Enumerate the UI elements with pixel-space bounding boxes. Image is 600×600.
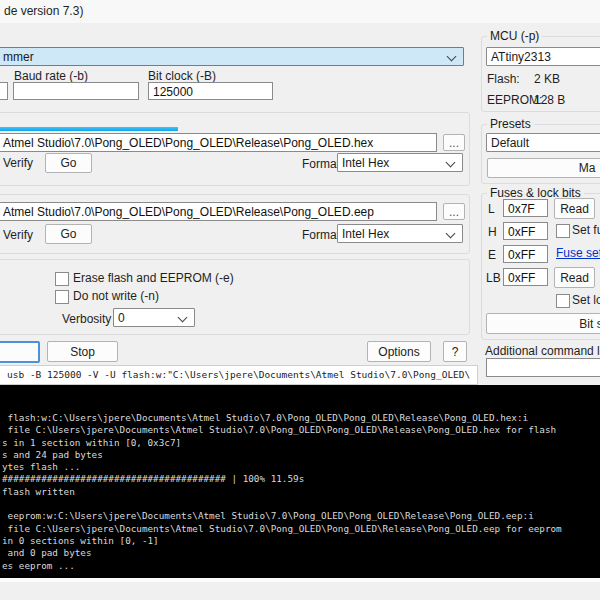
mcu-value: ATtiny2313 bbox=[491, 50, 551, 64]
program-button[interactable] bbox=[0, 341, 40, 363]
console-line bbox=[2, 498, 600, 510]
fuse-l-input[interactable]: 0x7F bbox=[503, 199, 548, 217]
eeprom-format-select[interactable]: Intel Hex bbox=[337, 224, 463, 243]
do-not-write-label: Do not write (-n) bbox=[73, 289, 159, 303]
mcu-flash-label: Flash: bbox=[487, 72, 520, 86]
erase-checkbox[interactable] bbox=[55, 272, 69, 286]
mcu-select[interactable]: ATtiny2313 bbox=[486, 47, 600, 66]
console-line: eeprom:w:C:\Users\jpere\Documents\Atmel … bbox=[2, 510, 600, 522]
baud-rate-label: Baud rate (-b) bbox=[14, 69, 88, 83]
fuse-h-label: H bbox=[488, 225, 497, 239]
do-not-write-checkbox[interactable] bbox=[55, 290, 69, 304]
presets-value: Default bbox=[491, 136, 529, 150]
mcu-eeprom-size: 128 B bbox=[534, 93, 565, 107]
erase-checkbox-label: Erase flash and EEPROM (-e) bbox=[73, 271, 234, 285]
flash-progress-bar bbox=[0, 127, 178, 131]
chevron-down-icon bbox=[446, 229, 456, 239]
console-line: and 0 pad bytes bbox=[2, 547, 600, 559]
console-line: ytes flash ... bbox=[2, 461, 600, 473]
title-bar: de version 7.3) bbox=[0, 0, 600, 23]
flash-verify-radio[interactable]: Verify bbox=[3, 156, 33, 170]
additional-args-input[interactable] bbox=[486, 358, 600, 377]
bit-selector-button[interactable]: Bit s bbox=[486, 313, 600, 334]
additional-args-label: Additional command line ar bbox=[485, 344, 600, 358]
set-lock-checkbox[interactable] bbox=[556, 294, 570, 308]
fuse-h-input[interactable]: 0xFF bbox=[503, 222, 548, 240]
console-line: file C:\Users\jpere\Documents\Atmel Stud… bbox=[2, 424, 600, 436]
verbosity-value: 0 bbox=[118, 311, 125, 325]
fuse-e-input[interactable]: 0xFF bbox=[503, 245, 548, 263]
presets-select[interactable]: Default bbox=[486, 133, 600, 152]
fuse-e-label: E bbox=[488, 248, 496, 262]
console-output: flash:w:C:\Users\jpere\Documents\Atmel S… bbox=[0, 385, 600, 578]
status-bar bbox=[0, 582, 600, 600]
eeprom-format-value: Intel Hex bbox=[342, 227, 389, 241]
chevron-down-icon bbox=[178, 313, 188, 323]
verbosity-select[interactable]: 0 bbox=[113, 308, 195, 327]
flash-go-button[interactable]: Go bbox=[45, 153, 92, 173]
chevron-down-icon bbox=[447, 52, 457, 62]
console-line: es eeprom ... bbox=[2, 560, 600, 572]
set-fuses-checkbox[interactable] bbox=[556, 224, 570, 238]
console-line: s in 1 section within [0, 0x3c7] bbox=[2, 437, 600, 449]
presets-manager-button[interactable]: Ma bbox=[487, 158, 600, 178]
port-select[interactable] bbox=[0, 82, 8, 100]
mcu-flash-size: 2 KB bbox=[534, 72, 560, 86]
mcu-group-label: MCU (-p) bbox=[487, 29, 542, 43]
flash-format-label: Format bbox=[302, 157, 340, 171]
avrdudess-window: de version 7.3) mmer Baud rate (-b) Bit … bbox=[0, 0, 600, 600]
baud-rate-input[interactable] bbox=[13, 82, 139, 100]
bit-clock-label: Bit clock (-B) bbox=[148, 69, 216, 83]
options-button[interactable]: Options bbox=[367, 341, 431, 362]
console-line: s and 24 pad bytes bbox=[2, 449, 600, 461]
chevron-down-icon bbox=[446, 158, 456, 168]
window-title: de version 7.3) bbox=[4, 4, 83, 18]
flash-format-value: Intel Hex bbox=[342, 156, 389, 170]
flash-file-input[interactable]: Atmel Studio\7.0\Pong_OLED\Pong_OLED\Rel… bbox=[0, 133, 437, 152]
verbosity-label: Verbosity bbox=[62, 312, 111, 326]
eeprom-format-label: Format bbox=[302, 228, 340, 242]
fuse-l-label: L bbox=[488, 202, 495, 216]
console-line: file C:\Users\jpere\Documents\Atmel Stud… bbox=[2, 523, 600, 535]
lock-bits-input[interactable]: 0xFF bbox=[503, 268, 548, 286]
eeprom-verify-radio[interactable]: Verify bbox=[3, 228, 33, 242]
set-fuses-label: Set fus bbox=[572, 223, 600, 237]
flash-browse-button[interactable]: ... bbox=[443, 134, 465, 151]
console-line: flash:w:C:\Users\jpere\Documents\Atmel S… bbox=[2, 412, 600, 424]
console-line: flash written bbox=[2, 486, 600, 498]
presets-group-label: Presets bbox=[487, 117, 534, 131]
command-line-preview[interactable]: usb -B 125000 -V -U flash:w:"C:\Users\jp… bbox=[0, 365, 478, 385]
flash-format-select[interactable]: Intel Hex bbox=[337, 153, 463, 172]
programmer-value: mmer bbox=[3, 50, 34, 64]
console-line: ########################################… bbox=[2, 473, 600, 485]
fuse-settings-link[interactable]: Fuse settin bbox=[556, 246, 600, 260]
read-lock-button[interactable]: Read bbox=[554, 267, 595, 288]
programmer-select[interactable]: mmer bbox=[0, 47, 464, 66]
eeprom-go-button[interactable]: Go bbox=[45, 224, 92, 244]
console-line: in 0 sections within [0, -1] bbox=[2, 535, 600, 547]
stop-button[interactable]: Stop bbox=[47, 341, 118, 362]
set-lock-label: Set loc bbox=[572, 293, 600, 307]
help-button[interactable]: ? bbox=[443, 341, 467, 362]
eeprom-browse-button[interactable]: ... bbox=[443, 203, 465, 220]
read-fuses-button[interactable]: Read bbox=[554, 198, 595, 219]
lock-bits-label: LB bbox=[486, 271, 501, 285]
eeprom-file-input[interactable]: Atmel Studio\7.0\Pong_OLED\Pong_OLED\Rel… bbox=[0, 202, 437, 221]
bit-clock-input[interactable]: 125000 bbox=[148, 82, 273, 100]
